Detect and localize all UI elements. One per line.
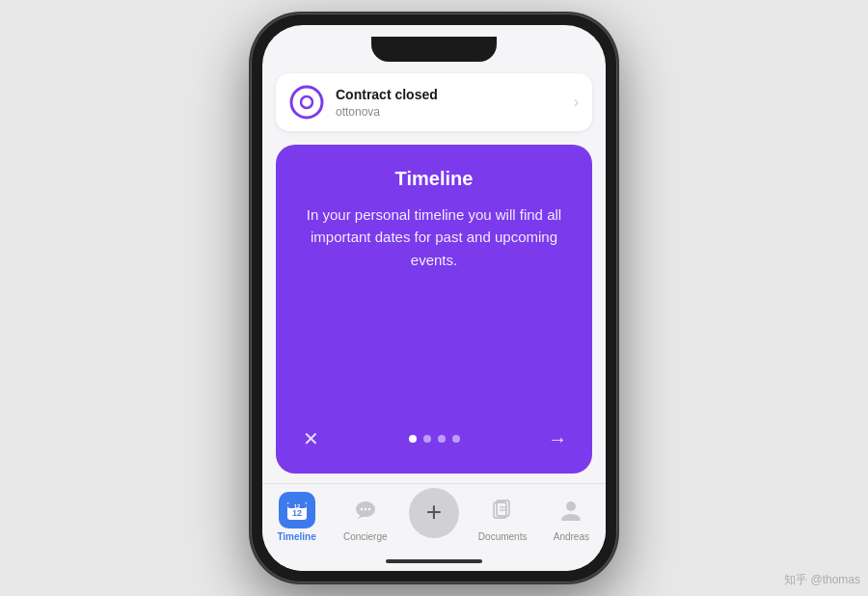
tab-andreas[interactable]: Andreas — [544, 492, 598, 542]
tab-documents-label: Documents — [478, 531, 528, 542]
timeline-card-body: In your personal timeline you will find … — [295, 203, 573, 406]
tab-bar: 12 12 Timeline — [262, 483, 606, 552]
close-button[interactable]: ✕ — [295, 423, 326, 454]
tab-concierge-label: Concierge — [343, 531, 388, 542]
concierge-tab-icon-wrap — [347, 492, 384, 528]
timeline-tab-icon-wrap: 12 12 — [279, 492, 315, 528]
documents-tab-icon-wrap — [484, 492, 521, 528]
tab-plus[interactable]: + — [407, 492, 461, 538]
notification-subtitle: ottonova — [336, 105, 562, 119]
watermark: 知乎 @thomas — [784, 572, 860, 588]
svg-text:12: 12 — [293, 503, 300, 509]
timeline-card-title: Timeline — [395, 168, 474, 190]
phone-screen: Contract closed ottonova › Timeline In y… — [262, 25, 606, 571]
screen-content: Contract closed ottonova › Timeline In y… — [262, 25, 606, 571]
chevron-right-icon: › — [574, 94, 579, 111]
dot-3 — [438, 435, 446, 443]
ottonova-icon — [289, 85, 324, 120]
dot-2 — [423, 435, 431, 443]
phone-mockup: Contract closed ottonova › Timeline In y… — [251, 14, 617, 582]
svg-point-11 — [368, 508, 370, 510]
plus-button[interactable]: + — [409, 488, 459, 538]
pagination-dots — [409, 435, 460, 443]
svg-point-0 — [291, 87, 322, 118]
dot-1 — [409, 435, 417, 443]
home-bar — [386, 559, 482, 563]
notch — [371, 37, 497, 62]
tab-documents[interactable]: Documents — [475, 492, 529, 542]
home-indicator — [262, 552, 606, 571]
notification-title: Contract closed — [336, 86, 562, 103]
next-button[interactable]: → — [542, 423, 573, 454]
svg-point-16 — [566, 501, 576, 511]
chat-icon — [353, 498, 378, 523]
tab-concierge[interactable]: Concierge — [339, 492, 393, 542]
tab-andreas-label: Andreas — [554, 531, 589, 542]
tab-timeline-label: Timeline — [277, 531, 315, 542]
svg-point-10 — [365, 508, 366, 510]
tab-timeline[interactable]: 12 12 Timeline — [270, 492, 324, 542]
calendar-icon: 12 12 — [286, 500, 308, 521]
dot-4 — [452, 435, 460, 443]
notification-text: Contract closed ottonova — [336, 86, 562, 118]
timeline-card-controls: ✕ → — [295, 423, 573, 454]
svg-point-9 — [361, 508, 363, 510]
documents-icon — [490, 498, 515, 523]
profile-tab-icon-wrap — [553, 492, 589, 528]
profile-icon — [558, 498, 583, 523]
notification-card[interactable]: Contract closed ottonova › — [276, 73, 592, 131]
svg-text:12: 12 — [292, 508, 302, 518]
svg-point-1 — [301, 96, 312, 108]
timeline-card: Timeline In your personal timeline you w… — [276, 145, 592, 474]
plus-icon: + — [426, 499, 442, 526]
